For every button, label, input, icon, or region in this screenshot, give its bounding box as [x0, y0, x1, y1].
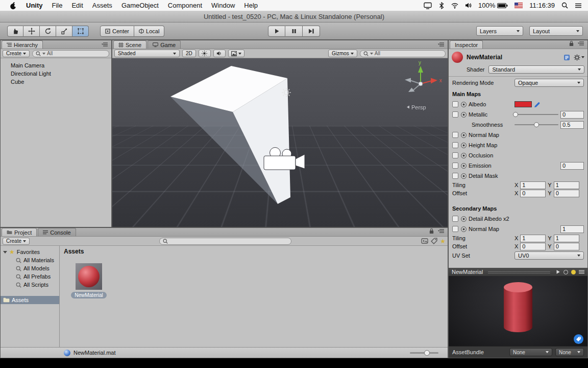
texture-slot-icon[interactable]	[461, 173, 467, 179]
project-asset-grid[interactable]: Assets NewMaterial	[60, 246, 448, 347]
emission-checkbox[interactable]	[452, 163, 458, 169]
material-preview-canvas[interactable]	[449, 276, 587, 346]
scale-tool-button[interactable]	[56, 26, 72, 37]
handle-space-button[interactable]: Local	[134, 26, 164, 37]
apple-menu[interactable]	[5, 2, 21, 10]
pivot-mode-button[interactable]: Center	[100, 26, 134, 37]
secondary-tiling-x-field[interactable]	[520, 235, 546, 242]
metallic-checkbox[interactable]	[452, 111, 458, 118]
pause-button[interactable]	[285, 26, 303, 37]
favorite-all-prefabs[interactable]: All Prefabs	[1, 272, 59, 281]
tab-scene[interactable]: Scene	[113, 40, 146, 49]
draw-mode-dropdown[interactable]: Shaded	[114, 50, 180, 57]
battery-status[interactable]: 100%	[478, 2, 508, 9]
height-map-checkbox[interactable]	[452, 142, 458, 148]
secondary-tiling-y-field[interactable]	[554, 235, 579, 242]
smoothness-slider[interactable]	[514, 124, 558, 125]
search-by-label-icon[interactable]	[431, 238, 437, 244]
panel-menu-icon[interactable]	[578, 41, 584, 45]
main-tiling-y-field[interactable]	[554, 181, 579, 189]
detail-mask-checkbox[interactable]	[452, 173, 458, 179]
thumbnail-size-slider[interactable]	[410, 352, 438, 354]
assets-folder-row[interactable]: Assets	[1, 296, 59, 304]
menu-component[interactable]: Component	[163, 0, 207, 11]
window-titlebar[interactable]: Untitled - test_0520 - PC, Mac & Linux S…	[0, 11, 588, 22]
normal-map-checkbox[interactable]	[452, 132, 458, 138]
panel-menu-icon[interactable]	[438, 42, 444, 47]
menu-unity[interactable]: Unity	[21, 0, 47, 11]
slider-thumb[interactable]	[513, 112, 518, 117]
secondary-normal-field[interactable]	[560, 225, 584, 233]
texture-slot-icon[interactable]	[461, 112, 467, 118]
smoothness-field[interactable]	[560, 121, 584, 129]
rotate-tool-button[interactable]	[40, 26, 56, 37]
search-filter-caret-icon[interactable]	[370, 53, 373, 55]
menu-help[interactable]: Help	[239, 0, 262, 11]
scene-search-input[interactable]: All	[360, 50, 446, 57]
gizmos-dropdown[interactable]: Gizmos	[328, 50, 357, 57]
favorite-all-models[interactable]: All Models	[1, 264, 59, 272]
menu-edit[interactable]: Edit	[67, 0, 87, 11]
lock-icon[interactable]	[429, 228, 434, 234]
albedo-checkbox[interactable]	[452, 101, 458, 107]
scene-orientation-gizmo[interactable]: y x	[405, 60, 442, 92]
tab-console[interactable]: Console	[38, 228, 76, 236]
hierarchy-item-main-camera[interactable]: Main Camera	[1, 61, 111, 70]
scene-audio-button[interactable]	[213, 50, 226, 57]
layers-dropdown[interactable]: Layers	[476, 26, 523, 36]
menu-window[interactable]: Window	[207, 0, 239, 11]
tab-game[interactable]: Game	[148, 40, 181, 49]
texture-slot-icon[interactable]	[461, 163, 467, 169]
texture-slot-icon[interactable]	[461, 143, 467, 148]
saved-search-star-icon[interactable]: ★	[440, 238, 446, 244]
uv-set-dropdown[interactable]: UV0	[514, 251, 584, 260]
favorite-all-scripts[interactable]: All Scripts	[1, 281, 59, 289]
play-button[interactable]	[268, 26, 285, 37]
metallic-slider[interactable]	[514, 114, 558, 115]
secondary-offset-y-field[interactable]	[554, 243, 579, 250]
step-button[interactable]	[303, 26, 320, 37]
main-offset-y-field[interactable]	[554, 190, 579, 197]
asset-item-newmaterial[interactable]: NewMaterial	[72, 263, 106, 298]
slider-thumb[interactable]	[534, 122, 539, 127]
volume-icon[interactable]	[465, 2, 472, 9]
favorite-all-materials[interactable]: All Materials	[1, 256, 59, 264]
project-search-input[interactable]	[159, 238, 291, 245]
menu-file[interactable]: File	[47, 0, 67, 11]
display-icon[interactable]	[424, 2, 432, 9]
texture-slot-icon[interactable]	[461, 153, 467, 158]
panel-menu-icon[interactable]	[438, 229, 444, 233]
camera-gizmo[interactable]	[264, 148, 305, 170]
scene-effects-dropdown[interactable]	[228, 50, 244, 57]
input-source-flag-icon[interactable]	[514, 3, 523, 8]
asset-labels-badge[interactable]	[574, 334, 583, 344]
help-doc-icon[interactable]	[564, 54, 570, 61]
hierarchy-item-directional-light[interactable]: Directional Light	[1, 70, 111, 78]
metallic-field[interactable]	[560, 111, 584, 119]
texture-slot-icon[interactable]	[461, 132, 467, 138]
scene-lighting-button[interactable]	[199, 50, 211, 57]
secondary-normal-checkbox[interactable]	[452, 226, 458, 232]
preview-shape-icon[interactable]	[564, 270, 568, 274]
texture-slot-icon[interactable]	[461, 102, 467, 107]
detail-albedo-checkbox[interactable]	[452, 216, 458, 222]
panel-menu-icon[interactable]	[102, 42, 108, 47]
menu-gameobject[interactable]: GameObject	[117, 0, 163, 11]
search-by-type-icon[interactable]	[421, 238, 428, 244]
hierarchy-item-cube[interactable]: Cube	[1, 78, 111, 86]
preview-drag-handle[interactable]	[488, 270, 550, 274]
search-filter-caret-icon[interactable]	[42, 53, 45, 55]
bluetooth-icon[interactable]	[438, 2, 445, 9]
rendering-mode-dropdown[interactable]: Opaque	[514, 79, 584, 87]
projection-label[interactable]: Persp	[411, 104, 426, 110]
emission-field[interactable]	[560, 162, 584, 170]
assetbundle-variant-dropdown[interactable]: None	[555, 348, 584, 356]
preview-light-icon[interactable]	[571, 270, 576, 274]
secondary-offset-x-field[interactable]	[520, 243, 546, 250]
eyedropper-icon[interactable]	[534, 101, 541, 108]
spotlight-search-icon[interactable]	[561, 2, 568, 9]
shader-dropdown[interactable]: Standard	[488, 65, 584, 74]
preview-play-icon[interactable]	[555, 269, 560, 274]
toggle-2d-button[interactable]: 2D	[182, 50, 196, 57]
layout-dropdown[interactable]: Layout	[529, 26, 583, 36]
